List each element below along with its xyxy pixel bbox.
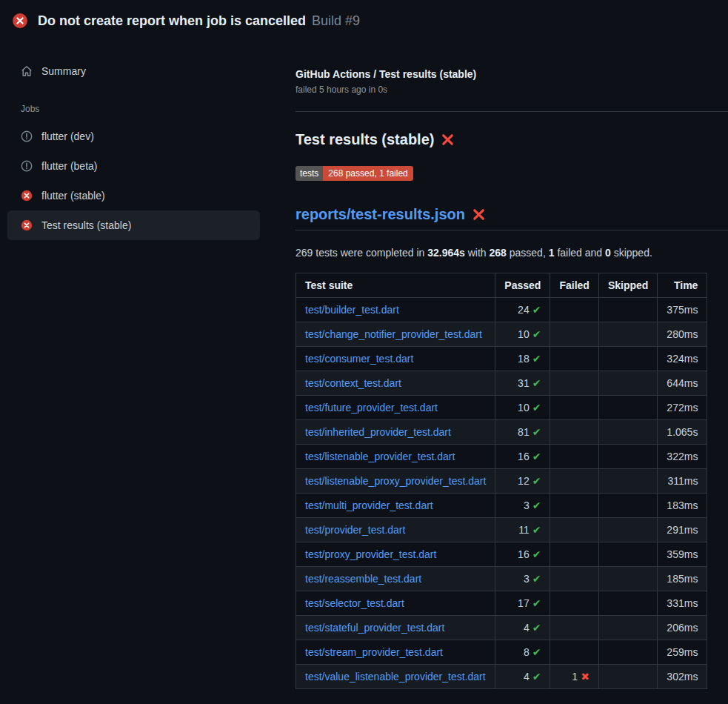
summary-text: 269 tests were completed in xyxy=(295,247,427,259)
neutral-status-icon xyxy=(21,130,33,142)
failed-status-icon xyxy=(21,219,33,231)
sidebar-jobs: flutter (dev) flutter (beta) xyxy=(7,122,260,240)
test-suite-link[interactable]: test/future_provider_test.dart xyxy=(305,402,438,414)
test-suite-link[interactable]: test/proxy_provider_test.dart xyxy=(305,548,436,560)
jobs-heading: Jobs xyxy=(7,104,260,114)
x-icon: ✖ xyxy=(581,671,590,683)
time-cell: 206ms xyxy=(658,616,707,640)
time-cell: 311ms xyxy=(658,469,707,494)
passed-cell: 10✔ xyxy=(495,322,550,347)
table-row: test/reassemble_test.dart 3✔ 185ms xyxy=(296,567,707,591)
table-row: test/builder_test.dart 24✔ 375ms xyxy=(296,298,707,322)
check-icon: ✔ xyxy=(532,622,541,634)
check-icon: ✔ xyxy=(532,377,541,389)
passed-cell: 4✔ xyxy=(495,665,550,689)
skipped-cell xyxy=(598,640,657,665)
skipped-cell xyxy=(598,420,657,445)
report-file-link[interactable]: reports/test-results.json xyxy=(295,206,465,223)
check-icon: ✔ xyxy=(532,353,541,365)
failed-cell xyxy=(550,445,598,469)
time-cell: 322ms xyxy=(658,445,707,469)
check-icon: ✔ xyxy=(532,524,541,536)
test-suite-link[interactable]: test/builder_test.dart xyxy=(305,304,399,316)
check-icon: ✔ xyxy=(532,451,541,462)
failed-cell xyxy=(550,371,598,396)
time-cell: 280ms xyxy=(658,322,707,347)
test-suite-link[interactable]: test/value_listenable_provider_test.dart xyxy=(305,671,486,683)
test-suite-link[interactable]: test/listenable_provider_test.dart xyxy=(305,451,455,462)
summary-line: 269 tests were completed in 32.964s with… xyxy=(295,247,705,259)
test-suite-link[interactable]: test/stateful_provider_test.dart xyxy=(305,622,444,634)
failed-cell xyxy=(550,494,598,518)
test-suite-link[interactable]: test/change_notifier_provider_test.dart xyxy=(305,328,482,340)
table-row: test/inherited_provider_test.dart 81✔ 1.… xyxy=(296,420,707,445)
time-cell: 185ms xyxy=(658,567,707,591)
suite-cell: test/value_listenable_provider_test.dart xyxy=(296,665,495,689)
table-row: test/stateful_provider_test.dart 4✔ 206m… xyxy=(296,616,707,640)
passed-cell: 81✔ xyxy=(495,420,550,445)
skipped-cell xyxy=(598,298,657,322)
test-suite-link[interactable]: test/listenable_proxy_provider_test.dart xyxy=(305,475,486,487)
sidebar: Summary Jobs flutter (dev) xyxy=(0,41,278,240)
suite-cell: test/multi_provider_test.dart xyxy=(296,494,495,518)
passed-cell: 16✔ xyxy=(495,542,550,567)
time-cell: 302ms xyxy=(658,665,707,689)
summary-text: with xyxy=(465,247,490,259)
suite-cell: test/stateful_provider_test.dart xyxy=(296,616,495,640)
test-suite-link[interactable]: test/reassemble_test.dart xyxy=(305,573,421,585)
breadcrumb: GitHub Actions / Test results (stable) xyxy=(295,68,705,80)
test-suite-link[interactable]: test/consumer_test.dart xyxy=(305,353,413,365)
suite-cell: test/builder_test.dart xyxy=(296,298,495,322)
time-cell: 1.065s xyxy=(658,420,707,445)
test-suite-link[interactable]: test/multi_provider_test.dart xyxy=(305,499,433,511)
passed-cell: 10✔ xyxy=(495,396,550,420)
failed-cell xyxy=(550,420,598,445)
test-suite-link[interactable]: test/context_test.dart xyxy=(305,377,401,389)
failed-cell xyxy=(550,567,598,591)
test-suite-link[interactable]: test/inherited_provider_test.dart xyxy=(305,426,451,438)
skipped-cell xyxy=(598,469,657,494)
skipped-cell xyxy=(598,322,657,347)
sidebar-job-item[interactable]: Test results (stable) xyxy=(7,210,260,240)
failed-cell xyxy=(550,347,598,371)
suite-cell: test/consumer_test.dart xyxy=(296,347,495,371)
passed-cell: 16✔ xyxy=(495,445,550,469)
sidebar-job-item[interactable]: flutter (dev) xyxy=(7,122,260,151)
check-icon: ✔ xyxy=(532,671,541,683)
skipped-cell xyxy=(598,396,657,420)
test-suite-link[interactable]: test/selector_test.dart xyxy=(305,597,404,609)
passed-cell: 4✔ xyxy=(495,616,550,640)
column-header-test-suite: Test suite xyxy=(296,273,495,298)
time-cell: 272ms xyxy=(658,396,707,420)
passed-cell: 24✔ xyxy=(495,298,550,322)
suite-cell: test/stream_provider_test.dart xyxy=(296,640,495,665)
check-icon: ✔ xyxy=(532,426,541,438)
passed-cell: 3✔ xyxy=(495,494,550,518)
test-suite-link[interactable]: test/stream_provider_test.dart xyxy=(305,646,443,658)
suite-cell: test/listenable_provider_test.dart xyxy=(296,445,495,469)
section-title: Test results (stable) xyxy=(295,131,705,148)
table-row: test/value_listenable_provider_test.dart… xyxy=(296,665,707,689)
tests-badge: tests 268 passed, 1 failed xyxy=(295,166,413,181)
test-suite-link[interactable]: test/provider_test.dart xyxy=(305,524,405,536)
time-cell: 259ms xyxy=(658,640,707,665)
sidebar-job-item[interactable]: flutter (beta) xyxy=(7,151,260,181)
sidebar-job-item[interactable]: flutter (stable) xyxy=(7,181,260,210)
sidebar-item-summary[interactable]: Summary xyxy=(7,56,260,86)
table-row: test/change_notifier_provider_test.dart … xyxy=(296,322,707,347)
summary-skipped-count: 0 xyxy=(605,247,611,259)
failed-cell xyxy=(550,640,598,665)
skipped-cell xyxy=(598,445,657,469)
check-icon: ✔ xyxy=(532,646,541,658)
failed-cell xyxy=(550,298,598,322)
summary-duration: 32.964s xyxy=(427,247,465,259)
check-icon: ✔ xyxy=(532,402,541,414)
passed-cell: 18✔ xyxy=(495,347,550,371)
results-table-body: test/builder_test.dart 24✔ 375ms test/ch… xyxy=(296,298,707,689)
run-failed-icon xyxy=(12,13,28,29)
table-row: test/consumer_test.dart 18✔ 324ms xyxy=(296,347,707,371)
time-cell: 183ms xyxy=(658,494,707,518)
summary-failed-count: 1 xyxy=(549,247,555,259)
skipped-cell xyxy=(598,567,657,591)
suite-cell: test/listenable_proxy_provider_test.dart xyxy=(296,469,495,494)
